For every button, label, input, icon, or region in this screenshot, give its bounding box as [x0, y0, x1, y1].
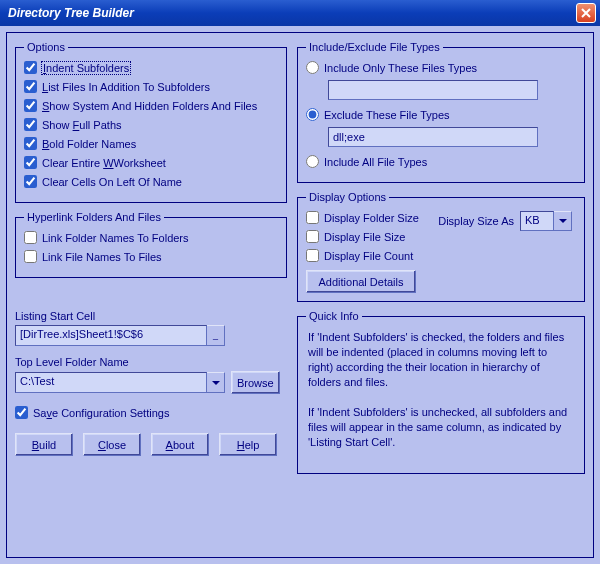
listing-start-cell-label: Listing Start Cell — [15, 310, 287, 322]
save-config-label: Save Configuration Settings — [33, 407, 169, 419]
close-button[interactable]: Close — [83, 433, 141, 456]
top-folder-label: Top Level Folder Name — [15, 356, 287, 368]
display-folder-size-checkbox[interactable] — [306, 211, 319, 224]
display-size-as-value: KB — [520, 211, 554, 231]
list-files-checkbox[interactable] — [24, 80, 37, 93]
link-files-label: Link File Names To Files — [42, 251, 162, 263]
link-folders-label: Link Folder Names To Folders — [42, 232, 189, 244]
display-file-count-checkbox[interactable] — [306, 249, 319, 262]
display-folder-size-label: Display Folder Size — [324, 212, 419, 224]
include-only-radio[interactable] — [306, 61, 319, 74]
include-exclude-group: Include/Exclude File Types Include Only … — [297, 41, 585, 183]
exclude-input[interactable] — [328, 127, 538, 147]
quick-info-group: Quick Info If 'Indent Subfolders' is che… — [297, 310, 585, 474]
chevron-down-icon[interactable] — [554, 211, 572, 231]
exclude-label: Exclude These File Types — [324, 109, 450, 121]
include-all-radio[interactable] — [306, 155, 319, 168]
quick-info-legend: Quick Info — [306, 310, 362, 322]
link-files-checkbox[interactable] — [24, 250, 37, 263]
options-legend: Options — [24, 41, 68, 53]
listing-start-cell-field[interactable]: [DirTree.xls]Sheet1!$C$6 _ — [15, 325, 225, 346]
ref-edit-icon[interactable]: _ — [207, 325, 225, 346]
display-size-as-label: Display Size As — [438, 215, 514, 227]
display-size-as-select[interactable]: KB — [520, 211, 572, 231]
include-exclude-legend: Include/Exclude File Types — [306, 41, 443, 53]
include-all-label: Include All File Types — [324, 156, 427, 168]
close-icon[interactable] — [576, 3, 596, 23]
listing-start-cell-value: [DirTree.xls]Sheet1!$C$6 — [15, 325, 207, 346]
hyperlink-legend: Hyperlink Folders And Files — [24, 211, 164, 223]
clear-cells-left-label: Clear Cells On Left Of Name — [42, 176, 182, 188]
clear-cells-left-checkbox[interactable] — [24, 175, 37, 188]
bold-folder-label: Bold Folder Names — [42, 138, 136, 150]
top-folder-value: C:\Test — [15, 372, 207, 393]
indent-subfolders-checkbox[interactable] — [24, 61, 37, 74]
display-file-size-label: Display File Size — [324, 231, 405, 243]
chevron-down-icon[interactable] — [207, 372, 225, 393]
additional-details-button[interactable]: Additional Details — [306, 270, 416, 293]
include-only-label: Include Only These Files Types — [324, 62, 477, 74]
display-file-count-label: Display File Count — [324, 250, 413, 262]
hyperlink-group: Hyperlink Folders And Files Link Folder … — [15, 211, 287, 278]
build-button[interactable]: Build — [15, 433, 73, 456]
clear-worksheet-label: Clear Entire WWorksheet — [42, 157, 166, 169]
show-system-label: Show System And Hidden Folders And Files — [42, 100, 257, 112]
browse-button[interactable]: Browse — [231, 371, 280, 394]
list-files-label: List Files In Addition To Subfolders — [42, 81, 210, 93]
about-button[interactable]: About — [151, 433, 209, 456]
indent-subfolders-label: Indent Subfolders — [42, 62, 130, 74]
display-file-size-checkbox[interactable] — [306, 230, 319, 243]
top-folder-select[interactable]: C:\Test — [15, 372, 225, 393]
show-system-checkbox[interactable] — [24, 99, 37, 112]
help-button[interactable]: Help — [219, 433, 277, 456]
show-full-paths-label: Show Full Paths — [42, 119, 122, 131]
quick-info-p1: If 'Indent Subfolders' is checked, the f… — [306, 328, 576, 395]
options-group: Options Indent Subfolders List Files In … — [15, 41, 287, 203]
display-options-legend: Display Options — [306, 191, 389, 203]
titlebar: Directory Tree Builder — [0, 0, 600, 26]
quick-info-p2: If 'Indent Subfolders' is unchecked, all… — [306, 403, 576, 456]
save-config-checkbox[interactable] — [15, 406, 28, 419]
clear-worksheet-checkbox[interactable] — [24, 156, 37, 169]
window-title: Directory Tree Builder — [8, 6, 576, 20]
include-only-input[interactable] — [328, 80, 538, 100]
link-folders-checkbox[interactable] — [24, 231, 37, 244]
display-options-group: Display Options Display Folder Size Disp… — [297, 191, 585, 302]
show-full-paths-checkbox[interactable] — [24, 118, 37, 131]
exclude-radio[interactable] — [306, 108, 319, 121]
bold-folder-checkbox[interactable] — [24, 137, 37, 150]
